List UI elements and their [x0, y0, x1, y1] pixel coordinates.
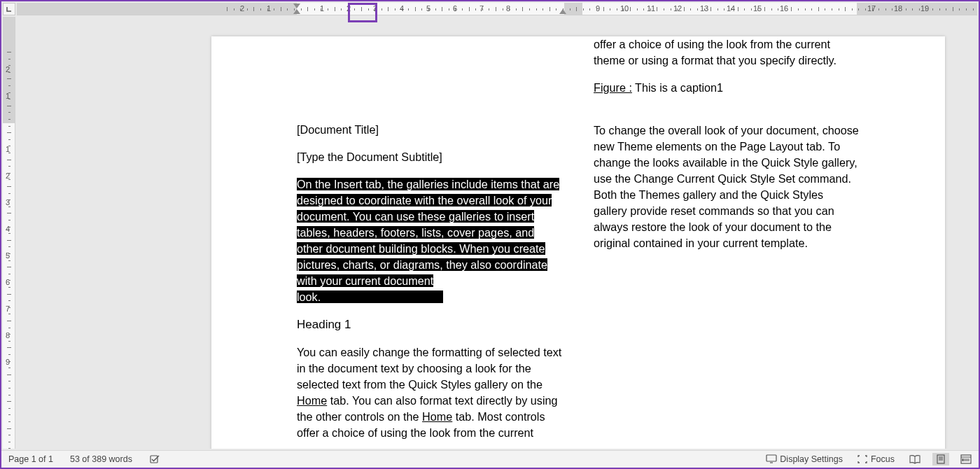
print-layout-button[interactable]: [932, 453, 949, 465]
selection-text: On the Insert tab, the galleries include…: [297, 178, 559, 303]
vertical-ruler[interactable]: 2 1 1 2 3 4 5 6 7 8 9: [3, 17, 15, 449]
status-bar: Page 1 of 1 53 of 389 words Display Sett…: [1, 450, 979, 468]
ruler-num: 8: [6, 331, 10, 340]
focus-button[interactable]: Focus: [854, 453, 897, 465]
svg-rect-0: [150, 456, 158, 463]
ruler-num: 8: [506, 4, 510, 13]
monitor-icon: [766, 454, 777, 464]
selected-paragraph[interactable]: On the Insert tab, the galleries include…: [297, 176, 563, 305]
ruler-num: 10: [620, 4, 629, 13]
first-line-indent-marker[interactable]: [293, 4, 300, 8]
word-count-status[interactable]: 53 of 389 words: [67, 453, 135, 465]
spelling-status-icon[interactable]: [146, 452, 163, 466]
ruler-num: 5: [6, 251, 10, 260]
ruler-num: 19: [920, 4, 929, 13]
document-title[interactable]: [Document Title]: [297, 122, 563, 138]
horizontal-ruler[interactable]: 2 1 1 2 3 4 5 6 7 8 9 10 11 12 13 14 15 …: [17, 3, 977, 15]
figure-label[interactable]: Figure :: [594, 81, 632, 94]
read-mode-button[interactable]: [906, 453, 924, 465]
book-icon: [909, 454, 921, 464]
document-subtitle[interactable]: [Type the Document Subtitle]: [297, 149, 563, 165]
ruler-num: 9: [6, 358, 10, 366]
body-paragraph[interactable]: You can easily change the formatting of …: [297, 344, 563, 441]
home-link[interactable]: Home: [297, 394, 327, 407]
purple-highlight-box: [348, 3, 377, 22]
web-layout-button[interactable]: [958, 453, 974, 465]
page[interactable]: [Document Title] [Type the Document Subt…: [211, 36, 945, 449]
ruler-num: 11: [647, 4, 655, 13]
body-paragraph[interactable]: offer a choice of using the look from th…: [594, 36, 860, 69]
svg-rect-11: [962, 458, 964, 461]
focus-icon: [857, 454, 868, 464]
svg-rect-3: [937, 455, 944, 463]
document-canvas[interactable]: [Document Title] [Type the Document Subt…: [17, 17, 977, 449]
tab-stop-selector[interactable]: [3, 3, 15, 15]
page-icon: [935, 454, 946, 464]
body-paragraph[interactable]: To change the overall look of your docum…: [594, 122, 860, 251]
svg-rect-1: [766, 455, 776, 461]
home-link[interactable]: Home: [422, 410, 452, 423]
ruler-num: 6: [6, 278, 10, 286]
heading-1[interactable]: Heading 1: [297, 316, 563, 333]
figure-caption[interactable]: Figure : This is a caption1: [594, 80, 860, 96]
page-number-status[interactable]: Page 1 of 1: [6, 453, 56, 465]
web-icon: [960, 454, 972, 464]
display-settings-button[interactable]: Display Settings: [763, 453, 846, 465]
ruler-num: 7: [6, 304, 10, 313]
